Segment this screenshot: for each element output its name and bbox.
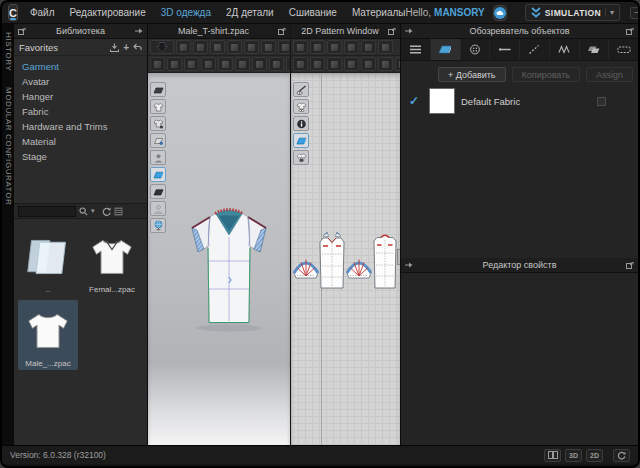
library-item-stage[interactable]: Stage bbox=[22, 149, 147, 164]
avatar-hidden-icon[interactable] bbox=[150, 201, 166, 216]
detach-icon[interactable] bbox=[388, 28, 396, 35]
search-input[interactable] bbox=[18, 206, 76, 217]
copy-button[interactable]: Копировать bbox=[512, 67, 580, 82]
clo-logo[interactable]: C bbox=[8, 4, 18, 21]
tool-button[interactable] bbox=[269, 57, 284, 71]
file-item-female-tshirt[interactable]: Femal...zpac bbox=[82, 226, 142, 296]
search-options-caret[interactable]: ▾ bbox=[91, 207, 95, 215]
tab-fabric[interactable] bbox=[431, 39, 461, 60]
library-item-material[interactable]: Material bbox=[22, 134, 147, 149]
tool-button[interactable] bbox=[344, 57, 359, 71]
fabric-list-item[interactable]: ✓ Default Fabric bbox=[401, 86, 638, 116]
show-fitting-icon[interactable] bbox=[150, 116, 166, 131]
lock-pattern-icon[interactable] bbox=[293, 150, 309, 165]
split-view-button[interactable] bbox=[544, 449, 561, 462]
pattern-dark-icon[interactable] bbox=[150, 184, 166, 199]
show-garment-icon[interactable] bbox=[150, 99, 166, 114]
tool-button[interactable] bbox=[361, 40, 376, 54]
tool-button[interactable] bbox=[244, 40, 259, 54]
tool-button[interactable] bbox=[210, 40, 225, 54]
menu-materials[interactable]: Материалы bbox=[352, 7, 406, 18]
detach-icon[interactable] bbox=[278, 28, 286, 35]
tool-button[interactable] bbox=[150, 57, 165, 71]
tool-button[interactable] bbox=[293, 57, 308, 71]
library-item-hanger[interactable]: Hanger bbox=[22, 89, 147, 104]
view-mode-icon[interactable] bbox=[114, 207, 123, 216]
search-icon[interactable] bbox=[79, 207, 88, 216]
fabric-swatch[interactable] bbox=[429, 88, 455, 114]
tool-button[interactable] bbox=[361, 57, 376, 71]
minimize-button[interactable]: − bbox=[630, 7, 640, 19]
back-icon[interactable] bbox=[133, 43, 142, 51]
library-item-garment[interactable]: Garment bbox=[22, 59, 147, 74]
import-icon[interactable] bbox=[110, 43, 119, 52]
tool-button[interactable] bbox=[252, 57, 267, 71]
file-item-male-tshirt[interactable]: Male_...zpac bbox=[18, 300, 78, 370]
show-garment-2d-icon[interactable] bbox=[293, 99, 309, 114]
canvas-2d[interactable] bbox=[291, 73, 400, 445]
tool-button[interactable] bbox=[218, 57, 233, 71]
simulate-dropdown-button[interactable] bbox=[150, 40, 174, 54]
pin-icon[interactable] bbox=[135, 27, 143, 35]
menu-sewing[interactable]: Сшивание bbox=[289, 7, 337, 18]
menu-file[interactable]: Файл bbox=[30, 7, 55, 18]
pattern-pin-icon[interactable] bbox=[150, 133, 166, 148]
library-item-hardware-trims[interactable]: Hardware and Trims bbox=[22, 119, 147, 134]
tab-puckering[interactable] bbox=[550, 39, 580, 60]
cloud-button[interactable] bbox=[493, 5, 507, 21]
pattern-info-icon[interactable] bbox=[293, 116, 309, 131]
show-environment-icon[interactable] bbox=[150, 218, 166, 233]
tool-button[interactable] bbox=[310, 40, 325, 54]
tab-scene-list[interactable] bbox=[401, 39, 431, 60]
simulation-button[interactable]: SIMULATION ▾ bbox=[525, 4, 620, 21]
canvas-3d[interactable] bbox=[148, 73, 290, 445]
library-item-fabric[interactable]: Fabric bbox=[22, 104, 147, 119]
view-3d-button[interactable]: 3D bbox=[565, 449, 582, 462]
menu-edit[interactable]: Редактирование bbox=[70, 7, 146, 18]
render-style-icon[interactable] bbox=[150, 82, 166, 97]
show-stitch-icon[interactable] bbox=[293, 82, 309, 97]
tool-button[interactable] bbox=[201, 57, 216, 71]
tab-button[interactable] bbox=[461, 39, 491, 60]
tab-buttonhole[interactable] bbox=[490, 39, 520, 60]
detach-icon[interactable] bbox=[626, 28, 634, 35]
tool-button[interactable] bbox=[378, 57, 393, 71]
simulation-dropdown-caret[interactable]: ▾ bbox=[605, 8, 614, 17]
tool-button[interactable] bbox=[327, 40, 342, 54]
detach-icon[interactable] bbox=[18, 28, 26, 35]
refresh-icon[interactable] bbox=[102, 207, 111, 216]
tool-button[interactable] bbox=[344, 40, 359, 54]
tool-button[interactable] bbox=[176, 40, 191, 54]
show-pattern-icon[interactable] bbox=[150, 167, 166, 182]
pin-icon[interactable] bbox=[405, 261, 413, 269]
library-item-avatar[interactable]: Avatar bbox=[22, 74, 147, 89]
tool-button[interactable] bbox=[261, 40, 276, 54]
tool-button[interactable] bbox=[193, 40, 208, 54]
pattern-pieces[interactable] bbox=[293, 225, 397, 291]
tab-topstitch[interactable] bbox=[520, 39, 550, 60]
menu-3d-garment[interactable]: 3D одежда bbox=[161, 7, 211, 18]
tab-measure-tape[interactable] bbox=[609, 39, 638, 60]
tool-button[interactable] bbox=[235, 57, 250, 71]
pin-icon[interactable] bbox=[405, 27, 413, 35]
detach-icon[interactable] bbox=[626, 262, 634, 269]
tool-button[interactable] bbox=[378, 40, 393, 54]
fabric-options-icon[interactable] bbox=[597, 97, 606, 106]
tool-button[interactable] bbox=[310, 57, 325, 71]
menu-2d-patterns[interactable]: 2Д детали bbox=[226, 7, 274, 18]
tool-button[interactable] bbox=[327, 57, 342, 71]
add-button[interactable]: + Добавить bbox=[438, 67, 506, 82]
sync-button[interactable] bbox=[613, 449, 630, 462]
show-pattern-2d-icon[interactable] bbox=[293, 133, 309, 148]
tool-button[interactable] bbox=[167, 57, 182, 71]
tab-fabric-layers[interactable] bbox=[580, 39, 610, 60]
tab-history[interactable]: HISTORY bbox=[4, 32, 13, 71]
add-icon[interactable]: + bbox=[123, 42, 129, 53]
file-item-parent-folder[interactable]: .. bbox=[18, 226, 78, 296]
tool-button[interactable] bbox=[293, 40, 308, 54]
tool-button[interactable] bbox=[184, 57, 199, 71]
show-avatar-icon[interactable] bbox=[150, 150, 166, 165]
assign-button[interactable]: Assign bbox=[586, 67, 633, 82]
tab-modular-configurator[interactable]: MODULAR CONFIGURATOR bbox=[4, 87, 13, 205]
tool-button[interactable] bbox=[227, 40, 242, 54]
